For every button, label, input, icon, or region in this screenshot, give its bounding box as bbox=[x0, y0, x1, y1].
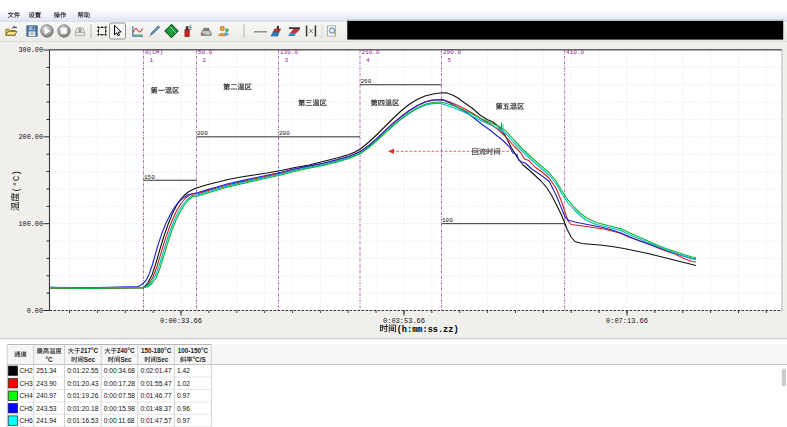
svg-text:260: 260 bbox=[361, 78, 372, 85]
svg-text:0.97: 0.97 bbox=[177, 392, 190, 399]
svg-text:0:00:17.28: 0:00:17.28 bbox=[104, 380, 135, 387]
svg-text:0:01:16.53: 0:01:16.53 bbox=[67, 417, 98, 424]
svg-text:300.00: 300.00 bbox=[19, 46, 43, 54]
svg-text:0:00:07.58: 0:00:07.58 bbox=[104, 392, 135, 399]
svg-text:Sec: Sec bbox=[120, 356, 132, 363]
svg-text:0.96: 0.96 bbox=[177, 405, 190, 412]
svg-text:240.97: 240.97 bbox=[36, 392, 57, 399]
svg-text:1.02: 1.02 bbox=[177, 380, 190, 387]
svg-text:0:02:01.47: 0:02:01.47 bbox=[140, 367, 171, 374]
svg-text:5: 5 bbox=[448, 57, 452, 64]
svg-text:0:03:53.66: 0:03:53.66 bbox=[383, 317, 425, 325]
svg-text:4: 4 bbox=[366, 57, 370, 64]
svg-text:2: 2 bbox=[203, 57, 207, 64]
svg-text:100-150°C: 100-150°C bbox=[178, 347, 209, 354]
svg-text:CH2: CH2 bbox=[20, 367, 34, 374]
svg-text:(°C): (°C) bbox=[11, 170, 22, 192]
svg-text:1: 1 bbox=[150, 57, 154, 64]
svg-text:0:01:22.55: 0:01:22.55 bbox=[67, 367, 98, 374]
svg-text:(h:mm:ss.zz): (h:mm:ss.zz) bbox=[397, 325, 459, 335]
svg-text:0:00:15.98: 0:00:15.98 bbox=[104, 405, 135, 412]
svg-text:CH3: CH3 bbox=[20, 380, 34, 387]
svg-text:240°C: 240°C bbox=[117, 347, 135, 354]
svg-text:0:00:34.68: 0:00:34.68 bbox=[104, 367, 135, 374]
svg-text:100: 100 bbox=[442, 217, 453, 224]
svg-text:CH5: CH5 bbox=[20, 405, 34, 412]
svg-text:Sec: Sec bbox=[84, 356, 96, 363]
svg-text:0.97: 0.97 bbox=[177, 417, 190, 424]
svg-text:241.94: 241.94 bbox=[36, 417, 57, 424]
svg-text:217°C: 217°C bbox=[80, 347, 98, 354]
svg-text:0:01:20.18: 0:01:20.18 bbox=[67, 405, 98, 412]
svg-text:251.34: 251.34 bbox=[36, 367, 57, 374]
svg-text:50.0: 50.0 bbox=[198, 49, 213, 56]
svg-text:0:01:46.77: 0:01:46.77 bbox=[140, 392, 171, 399]
svg-text:0:07:13.66: 0:07:13.66 bbox=[606, 317, 648, 325]
svg-text:200: 200 bbox=[197, 130, 208, 137]
svg-text:0:01:48.37: 0:01:48.37 bbox=[140, 405, 171, 412]
svg-text:CH4: CH4 bbox=[20, 392, 34, 399]
svg-text:200.00: 200.00 bbox=[19, 133, 43, 141]
svg-text:°C/S: °C/S bbox=[193, 356, 206, 363]
svg-text:0:01:19.26: 0:01:19.26 bbox=[67, 392, 98, 399]
svg-text:CH6: CH6 bbox=[20, 417, 34, 424]
svg-text:0:01:47.57: 0:01:47.57 bbox=[140, 417, 171, 424]
svg-text:410.0: 410.0 bbox=[566, 49, 584, 56]
svg-text:200: 200 bbox=[279, 130, 290, 137]
svg-text:0.00: 0.00 bbox=[27, 307, 43, 315]
svg-text:0:01:55.47: 0:01:55.47 bbox=[140, 380, 171, 387]
svg-text:0:00:33.66: 0:00:33.66 bbox=[160, 317, 202, 325]
svg-text:243.53: 243.53 bbox=[36, 405, 57, 412]
svg-text:0(CM): 0(CM) bbox=[145, 49, 163, 56]
svg-text:0:01:20.43: 0:01:20.43 bbox=[67, 380, 98, 387]
svg-text:150-180°C: 150-180°C bbox=[141, 347, 172, 354]
svg-text:°C: °C bbox=[46, 356, 54, 363]
svg-text:100.00: 100.00 bbox=[19, 220, 43, 228]
svg-text:0:00:11.68: 0:00:11.68 bbox=[104, 417, 135, 424]
svg-text:Sec: Sec bbox=[157, 356, 169, 363]
svg-text:3: 3 bbox=[285, 57, 289, 64]
svg-text:290.0: 290.0 bbox=[443, 49, 461, 56]
svg-text:243.90: 243.90 bbox=[36, 380, 57, 387]
svg-text:210.0: 210.0 bbox=[362, 49, 380, 56]
svg-text:130.0: 130.0 bbox=[280, 49, 298, 56]
svg-text:150: 150 bbox=[144, 174, 155, 181]
svg-text:1.42: 1.42 bbox=[177, 367, 190, 374]
